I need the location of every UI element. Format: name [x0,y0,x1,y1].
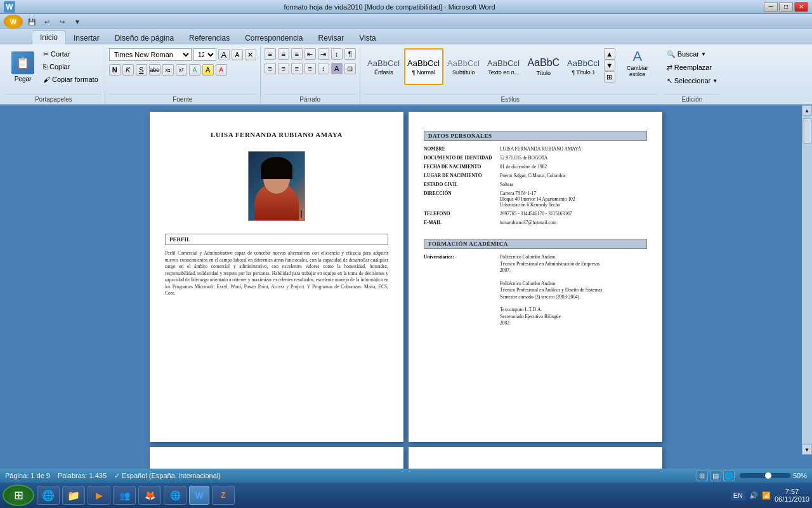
office-button[interactable]: W [4,15,23,29]
estado-value: Soltera [500,182,513,187]
style-subtitulo[interactable]: AaBbCcI Subtítulo [444,48,483,85]
multilevel-button[interactable]: ≡ [291,48,303,60]
tab-referencias[interactable]: Referencias [181,32,237,44]
borders-btn[interactable]: ⊡ [344,63,356,74]
minimize-button[interactable]: ─ [764,2,778,12]
style-titulo[interactable]: AaBbC Título [524,48,563,85]
lang-indicator: EN [731,490,745,500]
font-name-select[interactable]: Times New Roman [109,48,192,61]
fuente-group: Times New Roman 12 A A ✕ N K S abe x₂ x²… [105,47,261,104]
increase-font-btn[interactable]: A [218,49,230,60]
replace-label: Reemplazar [674,64,712,71]
telefono-label: TELEFONO [424,211,500,217]
parrafo-row2: ≡ ≡ ≡ ≡ ↕ A ⊡ [265,63,356,74]
estilos-group: AaBbCcI Énfasis AaBbCcI ¶ Normal AaBbCcI… [360,47,660,104]
close-button[interactable]: ✕ [794,2,808,12]
save-quick-btn[interactable]: 💾 [25,16,38,27]
quick-access-more[interactable]: ▼ [71,16,84,27]
highlight-button[interactable]: A [202,64,214,76]
portapapeles-label: Portapapeles [6,94,101,104]
underline-button[interactable]: S [136,64,147,76]
style-enfasis[interactable]: AaBbCcI Énfasis [364,48,403,85]
search-button[interactable]: 🔍 Buscar ▼ [664,48,709,60]
page-left-2 [150,447,403,469]
scroll-up-arrow[interactable]: ▲ [802,105,812,116]
view-web-btn[interactable]: 🌐 [723,470,735,481]
taskbar-ie[interactable]: 🌐 [37,486,60,505]
strikethrough-button[interactable]: abe [149,64,160,76]
align-right-btn[interactable]: ≡ [291,63,303,74]
tab-vista[interactable]: Vista [351,32,383,44]
replace-button[interactable]: ⇄ Reemplazar [664,62,714,73]
scroll-thumb[interactable] [802,118,811,144]
bold-button[interactable]: N [109,64,121,76]
styles-scroll-up[interactable]: ▲ [604,48,615,60]
cut-button[interactable]: ✂ Cortar [41,48,101,60]
bullets-button[interactable]: ≡ [265,48,276,60]
taskbar-media[interactable]: ▶ [88,486,110,505]
select-button[interactable]: ↖ Seleccionar ▼ [664,75,720,86]
font-color-button[interactable]: A [216,64,227,76]
taskbar-word[interactable]: W [189,486,209,505]
style-titulo1-preview: AaBbCcI [567,58,599,68]
view-normal-btn[interactable]: ⊞ [697,470,708,481]
search-icon: 🔍 [667,50,676,58]
shading-btn[interactable]: A [331,63,343,74]
style-texto[interactable]: AaBbCcI Texto en n... [484,48,523,85]
edicion-content: 🔍 Buscar ▼ ⇄ Reemplazar ↖ Seleccionar ▼ [664,48,720,93]
decrease-indent-btn[interactable]: ⇤ [304,48,316,60]
style-titulo1[interactable]: AaBbCcI ¶ Título 1 [564,48,603,85]
estado-label: ESTADO CIVIL [424,182,500,187]
numbering-button[interactable]: ≡ [278,48,289,60]
zoom-slider[interactable] [740,473,790,478]
increase-indent-btn[interactable]: ⇥ [318,48,329,60]
formacion-item-2: Politécnico Colombo AndinoTécnico Profes… [500,281,602,301]
undo-quick-btn[interactable]: ↩ [41,16,53,27]
clear-format-btn[interactable]: ✕ [245,49,256,60]
page-row-1: LUISA FERNANDA RUBIANO AMAYA PERFIL [150,112,662,442]
paste-button[interactable]: 📋 Pegar [6,48,39,85]
styles-scroll-down[interactable]: ▼ [604,60,615,71]
start-button[interactable]: ⊞ [3,485,34,506]
font-size-select[interactable]: 12 [193,48,216,61]
align-left-btn[interactable]: ≡ [265,63,276,74]
tab-inicio[interactable]: Inicio [32,30,66,44]
taskbar-firefox[interactable]: 🦊 [138,486,161,505]
maximize-button[interactable]: □ [779,2,793,12]
taskbar-chrome[interactable]: 🌐 [164,486,187,505]
justify-btn[interactable]: ≡ [304,63,316,74]
redo-quick-btn[interactable]: ↪ [56,16,69,27]
italic-button[interactable]: K [122,64,134,76]
tab-correspondencia[interactable]: Correspondencia [237,32,310,44]
taskbar-explorer[interactable]: 📁 [62,486,85,505]
text-effects-button[interactable]: A [189,64,200,76]
style-normal[interactable]: AaBbCcI ¶ Normal [404,48,443,85]
show-marks-btn[interactable]: ¶ [344,48,356,60]
scroll-down-arrow[interactable]: ▼ [802,444,812,455]
copy-button[interactable]: ⎘ Copiar [41,61,101,72]
volume-icon: 🔊 [749,491,758,500]
tab-revisar[interactable]: Revisar [311,32,352,44]
styles-more[interactable]: ⊞ [604,71,615,83]
taskbar-users[interactable]: 👥 [113,486,136,505]
subscript-button[interactable]: x₂ [162,64,174,76]
tab-insertar[interactable]: Insertar [66,32,107,44]
superscript-button[interactable]: x² [176,64,187,76]
change-styles-label[interactable]: Cambiar estilos [619,65,657,77]
decrease-font-btn[interactable]: A [232,49,243,60]
quick-access-toolbar: W 💾 ↩ ↪ ▼ [0,14,812,29]
tab-diseno[interactable]: Diseño de página [107,32,181,44]
email-row: E-MAIL luisarubiano37@hotmail.com [424,220,647,225]
vertical-scrollbar[interactable]: ▲ ▼ [802,105,812,455]
align-center-btn[interactable]: ≡ [278,63,289,74]
direccion-row: DIRECCIÓN Carrera 78 Nº 1-17 Bloque 40 I… [424,190,647,208]
nombre-value: LUISA FERNANDA RUBIANO AMAYA [500,146,581,152]
format-copy-button[interactable]: 🖌 Copiar formato [41,74,101,85]
cut-label: Cortar [51,50,70,58]
view-layout-btn[interactable]: ▤ [710,470,721,481]
line-spacing-btn[interactable]: ↕ [318,63,329,74]
zoom-thumb[interactable] [765,472,771,479]
taskbar-filezilla[interactable]: Z [212,486,235,505]
format-copy-icon: 🖌 [43,76,50,83]
sort-button[interactable]: ↕ [331,48,343,60]
